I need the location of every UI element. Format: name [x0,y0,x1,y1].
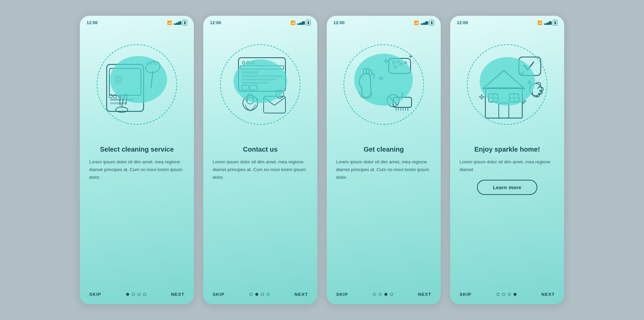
dot-2-3 [261,293,264,296]
dot-4-4 [514,293,517,296]
status-icons-1: 📶 ▂▄▆ ▮ [167,20,187,25]
status-bar-1: 12:00 📶 ▂▄▆ ▮ [80,16,194,28]
dots-1 [126,293,146,296]
dashed-circle-2 [220,44,301,125]
battery-icon-4: ▮ [553,20,557,25]
dashed-circle-3 [343,44,424,125]
illustration-1 [80,28,194,142]
dot-2-1 [250,293,253,296]
dot-1-1 [126,293,129,296]
nav-bar-3: SKIP NEXT [327,286,441,304]
dot-1-3 [138,293,141,296]
phone-screen-4: 12:00 📶 ▂▄▆ ▮ [450,16,564,304]
learn-more-button[interactable]: Learn more [477,180,537,195]
next-4[interactable]: NEXT [541,292,555,297]
dot-4-2 [502,293,505,296]
status-icons-3: 📶 ▂▄▆ ▮ [414,20,434,25]
status-bar-4: 12:00 📶 ▂▄▆ ▮ [450,16,564,28]
dot-4-1 [496,293,499,296]
phone-screen-2: 12:00 📶 ▂▄▆ ▮ [203,16,317,304]
status-icons-2: 📶 ▂▄▆ ▮ [290,20,311,25]
status-bar-3: 12:00 📶 ▂▄▆ ▮ [327,16,441,28]
skip-2[interactable]: SKIP [213,292,225,297]
nav-bar-1: SKIP NEXT [80,286,194,304]
skip-1[interactable]: SKIP [89,292,101,297]
status-icons-4: 📶 ▂▄▆ ▮ [537,20,557,25]
signal-icon-4: ▂▄▆ [544,20,551,25]
time-1: 12:00 [87,20,98,25]
signal-icon-2: ▂▄▆ [297,20,304,25]
title-4: Enjoy sparkle home! [460,145,555,154]
status-bar-2: 12:00 📶 ▂▄▆ ▮ [203,16,317,28]
phone-screen-1: 12:00 📶 ▂▄▆ ▮ [80,16,194,304]
battery-icon-2: ▮ [306,20,311,25]
dot-3-1 [373,293,376,296]
screens-container: 12:00 📶 ▂▄▆ ▮ [66,2,578,318]
wifi-icon-4: 📶 [537,20,542,25]
illustration-4 [450,28,564,142]
dot-2-4 [267,293,270,296]
time-2: 12:00 [210,20,221,25]
body-4: Lorem ipsum dolor sit dim amet, mea regi… [460,158,555,174]
content-2: Contact us Lorem ipsum dolor sit dim ame… [203,142,317,286]
nav-bar-2: SKIP NEXT [203,286,317,304]
dot-3-2 [379,293,382,296]
dot-3-4 [390,293,393,296]
dashed-circle-4 [467,44,547,125]
wifi-icon-2: 📶 [290,20,296,25]
dots-2 [250,293,270,296]
wifi-icon-3: 📶 [414,20,419,25]
body-1: Lorem ipsum dolor sit dim amet, mea regi… [89,158,184,181]
illustration-2 [203,28,317,142]
wifi-icon-1: 📶 [167,20,172,25]
phone-screen-3: 12:00 📶 ▂▄▆ ▮ [327,16,441,304]
skip-3[interactable]: SKIP [336,292,348,297]
body-3: Lorem ipsum dolor sit dim amet, mea regi… [336,158,431,181]
dot-1-4 [143,293,146,296]
next-1[interactable]: NEXT [171,292,184,297]
signal-icon-3: ▂▄▆ [421,20,428,25]
title-3: Get cleaning [336,145,431,154]
time-3: 12:00 [333,20,344,25]
content-4: Enjoy sparkle home! Lorem ipsum dolor si… [450,142,564,286]
next-3[interactable]: NEXT [418,292,431,297]
title-2: Contact us [213,145,308,154]
nav-bar-4: SKIP NEXT [450,286,564,304]
dots-3 [373,293,393,296]
battery-icon-3: ▮ [429,20,434,25]
dot-3-3 [384,293,387,296]
dots-4 [496,293,517,296]
dot-1-2 [132,293,135,296]
battery-icon-1: ▮ [182,20,187,25]
skip-4[interactable]: SKIP [460,292,472,297]
signal-icon-1: ▂▄▆ [174,20,181,25]
dot-2-2 [255,293,258,296]
body-2: Lorem ipsum dolor sit dim amet, mea regi… [213,158,308,181]
content-1: Select cleaning service Lorem ipsum dolo… [80,142,194,286]
illustration-3 [327,28,441,142]
dashed-circle-1 [97,44,177,125]
time-4: 12:00 [457,20,468,25]
content-3: Get cleaning Lorem ipsum dolor sit dim a… [327,142,441,286]
dot-4-3 [508,293,511,296]
title-1: Select cleaning service [89,145,184,154]
next-2[interactable]: NEXT [294,292,308,297]
